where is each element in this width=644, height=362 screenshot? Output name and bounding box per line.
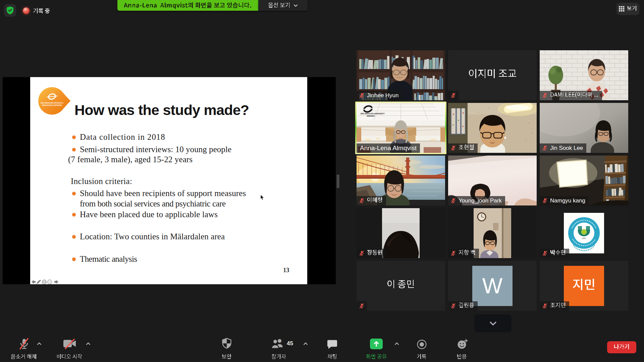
participant-tile-ljm[interactable] xyxy=(357,261,445,311)
muted-mic-icon xyxy=(542,145,548,151)
bullet-dot xyxy=(72,235,76,239)
korean-text xyxy=(459,144,474,151)
more-options-icon[interactable] xyxy=(48,280,52,284)
slide-text-line: Location: Two counties in Mälardalen are… xyxy=(80,232,225,241)
chevron-up-icon[interactable] xyxy=(86,342,91,346)
toolbar-label xyxy=(222,354,231,360)
avatar-initial: W xyxy=(482,274,503,298)
chat-icon xyxy=(327,340,337,349)
chevron-up-icon[interactable] xyxy=(394,342,399,346)
name-label xyxy=(540,91,602,100)
bullet-dot xyxy=(72,257,76,261)
next-slide-icon[interactable] xyxy=(54,280,58,284)
muted-mic-icon xyxy=(359,198,365,203)
participant-tile-anna[interactable]: MÄLARDALEN UNIVERSITY SWEDENAnna-Lena Al… xyxy=(357,103,445,153)
participant-tile-kwr[interactable]: W xyxy=(448,261,537,311)
zoom-meeting-window: {"app": {"name": "Zoom meeting"}, "top_b… xyxy=(0,0,644,362)
muted-mic-icon xyxy=(542,198,548,203)
participant-tile-namgyu[interactable]: Namgyu kang xyxy=(540,156,628,205)
mute-indicator xyxy=(357,301,367,311)
korean-text xyxy=(459,302,474,309)
korean-text xyxy=(614,344,630,351)
participant-tile-jinhee[interactable]: Jinhee Hyun xyxy=(357,50,445,100)
slideshow-controls[interactable] xyxy=(32,280,58,284)
view-button[interactable] xyxy=(616,3,639,15)
korean-text xyxy=(11,354,37,360)
name-label xyxy=(448,301,478,311)
chevron-up-icon[interactable] xyxy=(303,342,308,346)
korean-text xyxy=(366,354,387,360)
name-label xyxy=(540,249,569,258)
slide-text-line: Data collection in 2018 xyxy=(80,132,165,142)
slide-text-line: Thematic analysis xyxy=(80,254,137,264)
slide-text-line: Should have been recipients of support m… xyxy=(80,189,246,198)
muted-mic-icon xyxy=(450,303,456,309)
name-label xyxy=(357,249,386,258)
korean-text xyxy=(56,354,82,360)
participant-tile-young[interactable]: Young_joon Park xyxy=(448,156,537,205)
muted-mic-icon xyxy=(359,93,365,98)
bullet-dot xyxy=(72,213,76,217)
video-off-icon xyxy=(63,339,76,350)
participant-tile-cho[interactable] xyxy=(448,103,537,153)
korean-text xyxy=(327,354,337,360)
name-label: Jin Sook Lee xyxy=(540,143,586,153)
name-label xyxy=(357,196,386,205)
chevron-down-icon xyxy=(293,4,298,7)
toolbar-label xyxy=(366,354,387,360)
participants-count: 45 xyxy=(287,340,293,347)
mute-indicator xyxy=(448,91,459,100)
presentation-slide: MÄLARDALENS HÖGSKOLA ESKILSTUNA VÄSTERÅS… xyxy=(30,77,307,284)
participant-tile-jdw[interactable] xyxy=(357,208,445,258)
participants-icon xyxy=(271,338,285,349)
toolbar-label xyxy=(271,354,286,360)
chevron-down-icon xyxy=(489,321,497,326)
svg-text:SWEDEN: SWEDEN xyxy=(367,115,375,117)
participant-tile-jhb[interactable] xyxy=(448,208,537,258)
leave-button[interactable] xyxy=(607,341,636,353)
korean-text xyxy=(417,354,426,360)
korean-text xyxy=(271,354,286,360)
muted-mic-icon xyxy=(450,250,456,256)
bullet-dot xyxy=(72,148,76,152)
korean-text xyxy=(457,354,467,360)
participant-tile-ijimi[interactable] xyxy=(448,50,537,100)
korean-text xyxy=(550,302,566,309)
name-label: Jinhee Hyun xyxy=(357,91,402,100)
participant-tile-jjm[interactable] xyxy=(540,261,628,311)
muted-mic-icon xyxy=(359,303,365,309)
name-label xyxy=(448,249,479,258)
korean-text xyxy=(459,250,476,256)
name-label xyxy=(540,301,569,311)
korean-text xyxy=(627,6,637,12)
slide-page-number: 13 xyxy=(283,267,289,274)
muted-mic-icon xyxy=(450,93,456,98)
toolbar-label xyxy=(327,354,337,360)
show-all-slides-icon[interactable] xyxy=(42,280,46,284)
name-label xyxy=(448,143,478,153)
mic-off-icon xyxy=(18,338,30,351)
mdh-logo-text: MÄLARDALEN UNIVERSITY xyxy=(361,113,385,115)
mouse-cursor xyxy=(260,195,264,200)
toolbar-label xyxy=(457,354,467,360)
name-label: Young_joon Park xyxy=(448,196,505,205)
slide-text-line: Have been placed due to applicable laws xyxy=(80,210,218,219)
record-icon xyxy=(417,340,427,349)
shield-icon xyxy=(222,338,232,349)
slide-body: Data collection in 2018Semi-structured i… xyxy=(0,0,277,207)
korean-text xyxy=(222,354,231,360)
chevron-up-icon[interactable] xyxy=(37,342,42,346)
korean-text xyxy=(367,250,383,256)
muted-mic-icon xyxy=(359,250,365,256)
slide-text-line: Inclusion criteria: xyxy=(71,177,132,186)
participant-tile-dami[interactable] xyxy=(540,50,628,100)
participant-tile-jinsook[interactable]: Jin Sook Lee xyxy=(540,103,628,153)
prev-slide-icon[interactable] xyxy=(32,280,36,284)
panel-resize-handle[interactable] xyxy=(337,174,339,188)
pen-icon[interactable] xyxy=(37,280,41,284)
participant-tile-lhr[interactable] xyxy=(357,156,445,205)
participant-tile-psh[interactable]: 1967 xyxy=(540,208,628,258)
share-screen-icon xyxy=(370,339,383,349)
gallery-more-button[interactable] xyxy=(474,314,512,332)
bullet-dot xyxy=(72,135,76,139)
